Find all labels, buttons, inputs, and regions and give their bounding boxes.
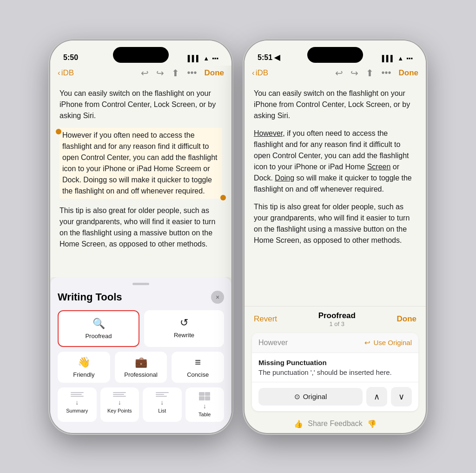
main-tools-row: 🔍 Proofread ↺ Rewrite bbox=[58, 310, 224, 347]
table-label: Table bbox=[198, 412, 211, 417]
original-circle-icon: ⊙ bbox=[294, 393, 300, 401]
battery-icon-right: ▪▪▪ bbox=[406, 55, 413, 62]
revert-button[interactable]: Revert bbox=[254, 314, 277, 324]
proofread-bar: Revert Proofread 1 of 3 Done bbox=[245, 306, 426, 329]
content-para2-right: However, if you often need to access the… bbox=[254, 128, 416, 195]
nav-back-label-right[interactable]: iDB bbox=[256, 68, 268, 78]
proofread-card-footer: ⊙ Original ∧ ∨ bbox=[252, 382, 418, 411]
use-original-label: Use Original bbox=[373, 339, 412, 346]
share-feedback-label[interactable]: Share Feedback bbox=[308, 420, 362, 428]
sheet-title: Writing Tools bbox=[58, 291, 122, 303]
right-phone: 5:51 ◀ ▌▌▌ ▲ ▪▪▪ ‹ iDB ↩ ↪ ⬆ ••• bbox=[245, 40, 426, 433]
undo-icon-right[interactable]: ↩ bbox=[335, 67, 343, 79]
share-icon-right[interactable]: ⬆ bbox=[366, 67, 374, 79]
summary-button[interactable]: ↓ Summary bbox=[58, 387, 97, 422]
key-points-button[interactable]: ↓ Key Points bbox=[100, 387, 139, 422]
nav-bar-left: ‹ iDB ↩ ↪ ⬆ ••• Done bbox=[50, 66, 231, 82]
summary-lines-icon bbox=[71, 392, 84, 397]
professional-icon: 💼 bbox=[135, 356, 147, 368]
keypoints-arrow-icon: ↓ bbox=[118, 399, 121, 406]
share-feedback-area: 👍 Share Feedback 👎 bbox=[245, 415, 426, 433]
doing-underlined: Doing bbox=[275, 174, 294, 182]
concise-label: Concise bbox=[187, 371, 209, 378]
keypoints-lines-icon bbox=[113, 392, 126, 397]
dynamic-island-left bbox=[113, 47, 169, 63]
summary-arrow-icon: ↓ bbox=[75, 399, 79, 406]
nav-done-left[interactable]: Done bbox=[205, 68, 225, 78]
professional-button[interactable]: 💼 Professional bbox=[115, 352, 167, 383]
wifi-icon-right: ▲ bbox=[397, 55, 403, 62]
list-arrow-icon: ↓ bbox=[160, 399, 164, 406]
writing-tools-sheet: Writing Tools × 🔍 Proofread ↺ Rewrite bbox=[50, 277, 231, 433]
proofread-button[interactable]: 🔍 Proofread bbox=[58, 310, 139, 347]
status-icons-left: ▌▌▌ ▲ ▪▪▪ bbox=[188, 55, 218, 62]
content-para1-right: You can easily switch on the flashlight … bbox=[254, 88, 416, 121]
signal-icon: ▌▌▌ bbox=[188, 55, 201, 62]
chevron-up-icon: ∧ bbox=[374, 392, 380, 401]
close-icon: × bbox=[216, 293, 219, 301]
format-tools-row: ↓ Summary ↓ Key Points bbox=[58, 387, 224, 422]
keypoints-label: Key Points bbox=[107, 408, 132, 413]
proofread-title: Proofread bbox=[318, 311, 356, 320]
nav-actions-right: ↩ ↪ ⬆ ••• Done bbox=[335, 67, 418, 79]
list-label: List bbox=[158, 408, 166, 413]
concise-button[interactable]: ≡ Concise bbox=[172, 352, 224, 383]
proofread-icon: 🔍 bbox=[93, 318, 105, 330]
nav-done-right[interactable]: Done bbox=[399, 68, 419, 78]
proofread-center: Proofread 1 of 3 bbox=[318, 311, 356, 327]
next-correction-button[interactable]: ∨ bbox=[391, 387, 412, 406]
nav-back-right[interactable]: ‹ iDB bbox=[252, 68, 268, 78]
content-area-right: You can easily switch on the flashlight … bbox=[245, 82, 426, 306]
proofread-word: However bbox=[258, 339, 288, 347]
redo-icon-right[interactable]: ↪ bbox=[350, 67, 358, 79]
nav-back-left[interactable]: ‹ iDB bbox=[58, 68, 74, 78]
content-para2-left: This tip is also great for older people,… bbox=[60, 205, 222, 250]
proofread-count: 1 of 3 bbox=[318, 320, 356, 327]
share-icon[interactable]: ⬆ bbox=[172, 67, 179, 79]
use-original-button[interactable]: ↩ Use Original bbox=[364, 339, 412, 347]
status-time-left: 5:50 bbox=[63, 53, 78, 62]
screen-underlined: Screen bbox=[367, 163, 391, 171]
summary-label: Summary bbox=[66, 408, 88, 413]
use-original-icon: ↩ bbox=[364, 339, 370, 347]
chevron-left-icon-right: ‹ bbox=[252, 68, 255, 78]
chevron-left-icon: ‹ bbox=[58, 68, 60, 78]
rewrite-label: Rewrite bbox=[174, 332, 194, 339]
rewrite-icon: ↺ bbox=[180, 317, 188, 329]
tone-tools-row: 👋 Friendly 💼 Professional ≡ Concise bbox=[58, 352, 224, 383]
proofread-card-type: Missing Punctuation bbox=[258, 359, 412, 366]
status-time-right: 5:51 ◀ bbox=[258, 53, 280, 62]
undo-icon[interactable]: ↩ bbox=[141, 67, 149, 79]
chevron-down-icon: ∨ bbox=[398, 392, 404, 401]
selection-dot-bottom bbox=[220, 195, 226, 200]
table-button[interactable]: ↓ Table bbox=[185, 387, 225, 422]
nav-bar-right: ‹ iDB ↩ ↪ ⬆ ••• Done bbox=[245, 66, 426, 82]
proofread-done-button[interactable]: Done bbox=[397, 314, 417, 324]
proofread-card-body: Missing Punctuation The punctuation ',' … bbox=[252, 353, 418, 382]
list-lines-icon bbox=[156, 392, 169, 397]
page-wrapper: 5:50 ▌▌▌ ▲ ▪▪▪ ‹ iDB ↩ ↪ ⬆ ••• Do bbox=[50, 40, 426, 433]
thumbs-up-icon[interactable]: 👍 bbox=[294, 420, 303, 428]
concise-icon: ≡ bbox=[195, 356, 201, 368]
table-icon bbox=[199, 392, 210, 400]
sheet-close-button[interactable]: × bbox=[211, 291, 224, 304]
more-icon[interactable]: ••• bbox=[187, 67, 197, 78]
list-button[interactable]: ↓ List bbox=[143, 387, 182, 422]
nav-back-label-left[interactable]: iDB bbox=[61, 68, 74, 78]
sheet-handle bbox=[132, 283, 149, 285]
friendly-button[interactable]: 👋 Friendly bbox=[58, 352, 110, 383]
left-phone: 5:50 ▌▌▌ ▲ ▪▪▪ ‹ iDB ↩ ↪ ⬆ ••• Do bbox=[50, 40, 231, 433]
friendly-icon: 👋 bbox=[78, 356, 90, 368]
signal-icon-right: ▌▌▌ bbox=[382, 55, 395, 62]
redo-icon[interactable]: ↪ bbox=[156, 67, 164, 79]
thumbs-down-icon[interactable]: 👎 bbox=[367, 420, 377, 428]
sheet-header: Writing Tools × bbox=[58, 291, 224, 304]
status-icons-right: ▌▌▌ ▲ ▪▪▪ bbox=[382, 55, 413, 62]
more-icon-right[interactable]: ••• bbox=[381, 67, 391, 78]
original-button[interactable]: ⊙ Original bbox=[258, 388, 363, 406]
professional-label: Professional bbox=[124, 371, 158, 378]
battery-icon: ▪▪▪ bbox=[212, 55, 218, 62]
highlighted-block: However if you often need to access the … bbox=[60, 128, 222, 199]
prev-correction-button[interactable]: ∧ bbox=[366, 387, 387, 406]
rewrite-button[interactable]: ↺ Rewrite bbox=[144, 310, 224, 347]
